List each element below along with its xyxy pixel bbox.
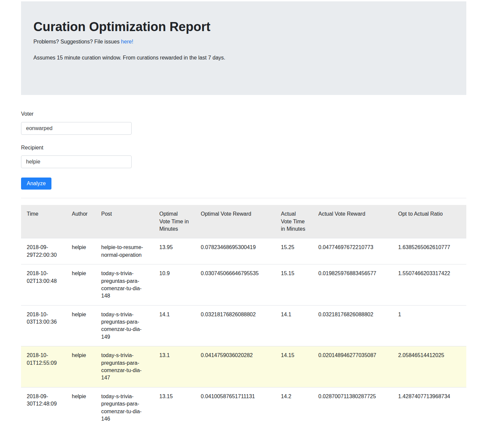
column-header-author: Author — [66, 205, 96, 238]
cell-post: today-s-trivia-preguntas-para-comenzar-t… — [96, 264, 154, 306]
cell-author: helpie — [66, 387, 96, 428]
results-table: Time Author Post Optimal Vote Time in Mi… — [21, 205, 466, 428]
cell-time: 2018-10-02T13:00:48 — [21, 264, 66, 306]
cell-time: 2018-09-30T12:48:09 — [21, 387, 66, 428]
cell-optimal-vote-reward: 0.03218176826088802 — [195, 305, 275, 346]
column-header-post: Post — [96, 205, 154, 238]
recipient-label: Recipient — [21, 144, 466, 151]
column-header-optimal-vote-time: Optimal Vote Time in Minutes — [154, 205, 195, 238]
cell-time: 2018-09-29T22:00:30 — [21, 238, 66, 264]
cell-author: helpie — [66, 305, 96, 346]
cell-time: 2018-10-01T12:55:09 — [21, 346, 66, 387]
cell-post: today-s-trivia-preguntas-para-comenzar-t… — [96, 387, 154, 428]
table-row: 2018-09-30T12:48:09 helpie today-s-trivi… — [21, 387, 466, 428]
analyze-button[interactable]: Analyze — [21, 178, 51, 190]
cell-actual-vote-reward: 0.03218176826088802 — [313, 305, 392, 346]
cell-ratio: 1.4287407713968734 — [392, 387, 466, 428]
cell-post: today-s-trivia-preguntas-para-comenzar-t… — [96, 305, 154, 346]
table-header-row: Time Author Post Optimal Vote Time in Mi… — [21, 205, 466, 238]
cell-author: helpie — [66, 346, 96, 387]
recipient-input[interactable] — [21, 155, 132, 168]
issues-link[interactable]: here! — [121, 39, 133, 44]
cell-ratio: 1.6385265062610777 — [392, 238, 466, 264]
column-header-time: Time — [21, 205, 66, 238]
voter-label: Voter — [21, 110, 466, 118]
cell-author: helpie — [66, 238, 96, 264]
recipient-form-group: Recipient — [21, 144, 466, 168]
page-container: Curation Optimization Report Problems? S… — [21, 1, 466, 428]
column-header-ratio: Opt to Actual Ratio — [392, 205, 466, 238]
report-description: Assumes 15 minute curation window. From … — [33, 54, 454, 62]
cell-optimal-vote-reward: 0.07823468695300419 — [195, 238, 275, 264]
cell-actual-vote-reward: 0.020148946277035087 — [313, 346, 392, 387]
issues-line: Problems? Suggestions? File issues here! — [33, 38, 454, 45]
cell-post: helpie-to-resume-normal-operation — [96, 238, 154, 264]
voter-form-group: Voter — [21, 110, 466, 134]
cell-time: 2018-10-03T13:00:36 — [21, 305, 66, 346]
table-row: 2018-09-29T22:00:30 helpie helpie-to-res… — [21, 238, 466, 264]
divider — [21, 198, 466, 198]
cell-optimal-vote-time: 13.15 — [154, 387, 195, 428]
voter-input[interactable] — [21, 122, 132, 135]
cell-actual-vote-time: 14.15 — [275, 346, 313, 387]
cell-actual-vote-time: 14.2 — [275, 387, 313, 428]
cell-ratio: 1 — [392, 305, 466, 346]
cell-optimal-vote-reward: 0.030745066646795535 — [195, 264, 275, 306]
cell-actual-vote-time: 14.1 — [275, 305, 313, 346]
cell-actual-vote-time: 15.25 — [275, 238, 313, 264]
cell-optimal-vote-time: 13.95 — [154, 238, 195, 264]
page-header: Curation Optimization Report Problems? S… — [21, 1, 466, 95]
column-header-actual-vote-reward: Actual Vote Reward — [313, 205, 392, 238]
table-row: 2018-10-02T13:00:48 helpie today-s-trivi… — [21, 264, 466, 306]
column-header-actual-vote-time: Actual Vote Time in Minutes — [275, 205, 313, 238]
cell-optimal-vote-reward: 0.0414759036020282 — [195, 346, 275, 387]
cell-optimal-vote-time: 10.9 — [154, 264, 195, 306]
cell-optimal-vote-reward: 0.04100587651711131 — [195, 387, 275, 428]
cell-actual-vote-reward: 0.019825976883456577 — [313, 264, 392, 306]
cell-ratio: 1.5507466203317422 — [392, 264, 466, 306]
cell-ratio: 2.05846514412025 — [392, 346, 466, 387]
table-header: Time Author Post Optimal Vote Time in Mi… — [21, 205, 466, 238]
column-header-optimal-vote-reward: Optimal Vote Reward — [195, 205, 275, 238]
page-title: Curation Optimization Report — [33, 19, 454, 35]
cell-post: today-s-trivia-preguntas-para-comenzar-t… — [96, 346, 154, 387]
table-row-highlighted: 2018-10-01T12:55:09 helpie today-s-trivi… — [21, 346, 466, 387]
cell-author: helpie — [66, 264, 96, 306]
cell-actual-vote-reward: 0.028700711380287725 — [313, 387, 392, 428]
cell-actual-vote-reward: 0.04774697672210773 — [313, 238, 392, 264]
table-body: 2018-09-29T22:00:30 helpie helpie-to-res… — [21, 238, 466, 428]
cell-optimal-vote-time: 14.1 — [154, 305, 195, 346]
table-row: 2018-10-03T13:00:36 helpie today-s-trivi… — [21, 305, 466, 346]
cell-actual-vote-time: 15.15 — [275, 264, 313, 306]
issues-text: Problems? Suggestions? File issues — [33, 39, 121, 44]
cell-optimal-vote-time: 13.1 — [154, 346, 195, 387]
